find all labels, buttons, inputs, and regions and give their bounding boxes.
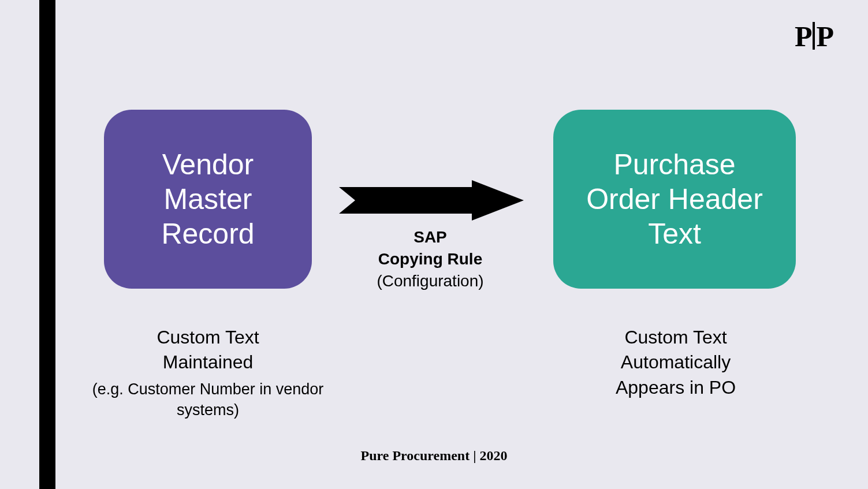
slide-footer: Pure Procurement | 2020 [0, 448, 868, 464]
po-header-text-caption: Custom Text Automatically Appears in PO [554, 300, 797, 400]
svg-marker-0 [339, 180, 524, 221]
arrow-label-line2: Copying Rule [323, 248, 537, 270]
vendor-master-record-box: Vendor Master Record [104, 110, 312, 289]
vendor-caption-sub: (e.g. Customer Number in vendor systems) [69, 379, 347, 421]
footer-text: Pure Procurement | 2020 [361, 448, 508, 463]
arrow-label-line1: SAP [323, 226, 537, 248]
po-caption-main: Custom Text Automatically Appears in PO [616, 327, 736, 397]
po-header-text-title: Purchase Order Header Text [586, 147, 763, 251]
vendor-caption-main: Custom Text Maintained [157, 327, 259, 372]
arrow-label: SAP Copying Rule (Configuration) [323, 226, 537, 292]
po-header-text-box: Purchase Order Header Text [553, 110, 796, 289]
vendor-master-record-caption: Custom Text Maintained (e.g. Customer Nu… [69, 300, 347, 446]
flow-arrow-icon [339, 180, 524, 221]
diagram-canvas: Vendor Master Record Custom Text Maintai… [0, 0, 868, 489]
vendor-master-record-title: Vendor Master Record [161, 147, 254, 251]
arrow-label-line3: (Configuration) [323, 270, 537, 292]
